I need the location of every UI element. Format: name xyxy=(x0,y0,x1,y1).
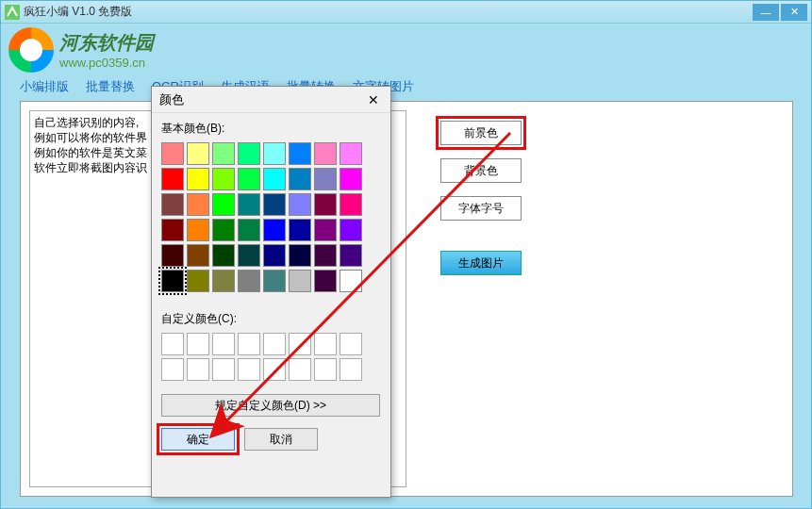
color-swatch[interactable] xyxy=(263,244,286,267)
color-swatch[interactable] xyxy=(161,193,184,216)
basic-color-grid xyxy=(152,140,390,294)
custom-color-swatch[interactable] xyxy=(187,333,209,355)
custom-color-swatch[interactable] xyxy=(212,358,235,381)
custom-color-swatch[interactable] xyxy=(289,333,311,355)
color-swatch[interactable] xyxy=(340,142,362,165)
color-swatch[interactable] xyxy=(263,168,286,190)
ok-button[interactable]: 确定 xyxy=(161,428,235,451)
color-swatch[interactable] xyxy=(187,244,209,267)
generate-image-button[interactable]: 生成图片 xyxy=(440,251,522,275)
close-button[interactable]: ✕ xyxy=(781,4,807,21)
basic-colors-label: 基本颜色(B): xyxy=(152,113,390,140)
color-swatch[interactable] xyxy=(340,270,362,292)
color-swatch[interactable] xyxy=(289,244,311,267)
color-swatch[interactable] xyxy=(289,193,311,216)
custom-color-swatch[interactable] xyxy=(314,333,337,355)
color-swatch[interactable] xyxy=(340,168,362,190)
tab-replace[interactable]: 批量替换 xyxy=(86,78,135,95)
color-swatch[interactable] xyxy=(212,142,235,165)
window-controls: — ✕ xyxy=(753,4,807,21)
color-swatch[interactable] xyxy=(314,219,337,241)
color-swatch[interactable] xyxy=(340,193,362,216)
color-swatch[interactable] xyxy=(161,219,184,241)
custom-color-swatch[interactable] xyxy=(340,358,362,381)
color-swatch[interactable] xyxy=(187,193,209,216)
color-swatch[interactable] xyxy=(238,244,260,267)
dialog-titlebar: 颜色 ✕ xyxy=(152,87,390,113)
color-swatch[interactable] xyxy=(314,142,337,165)
color-swatch[interactable] xyxy=(340,219,362,241)
color-swatch[interactable] xyxy=(289,168,311,190)
tab-layout[interactable]: 小编排版 xyxy=(20,78,69,95)
color-swatch[interactable] xyxy=(238,142,260,165)
color-swatch[interactable] xyxy=(263,219,286,241)
color-swatch[interactable] xyxy=(314,270,337,292)
color-swatch[interactable] xyxy=(187,270,209,292)
color-swatch[interactable] xyxy=(289,142,311,165)
color-swatch[interactable] xyxy=(238,219,260,241)
custom-color-swatch[interactable] xyxy=(238,333,260,355)
color-swatch[interactable] xyxy=(238,270,260,292)
minimize-button[interactable]: — xyxy=(753,4,779,21)
color-swatch[interactable] xyxy=(161,142,184,165)
color-swatch[interactable] xyxy=(187,168,209,190)
logo-text: 河东软件园 www.pc0359.cn xyxy=(59,30,154,70)
custom-color-swatch[interactable] xyxy=(263,358,286,381)
custom-colors-label: 自定义颜色(C): xyxy=(152,304,390,331)
color-swatch[interactable] xyxy=(340,244,362,267)
color-dialog: 颜色 ✕ 基本颜色(B): 自定义颜色(C): 规定自定义颜色(D) >> 确定… xyxy=(151,86,391,498)
color-swatch[interactable] xyxy=(314,244,337,267)
dialog-title: 颜色 xyxy=(159,91,364,108)
custom-color-swatch[interactable] xyxy=(187,358,209,381)
define-custom-button[interactable]: 规定自定义颜色(D) >> xyxy=(161,394,380,417)
font-size-button[interactable]: 字体字号 xyxy=(440,196,522,221)
color-swatch[interactable] xyxy=(212,219,235,241)
background-color-button[interactable]: 背景色 xyxy=(440,158,522,183)
color-swatch[interactable] xyxy=(212,193,235,216)
custom-color-swatch[interactable] xyxy=(161,358,184,381)
custom-color-swatch[interactable] xyxy=(340,333,362,355)
cancel-button[interactable]: 取消 xyxy=(244,428,318,451)
color-swatch[interactable] xyxy=(263,193,286,216)
dialog-close-button[interactable]: ✕ xyxy=(364,90,383,109)
color-swatch[interactable] xyxy=(212,270,235,292)
custom-color-swatch[interactable] xyxy=(314,358,337,381)
titlebar: 疯狂小编 V1.0 免费版 — ✕ xyxy=(1,1,811,24)
color-swatch[interactable] xyxy=(212,168,235,190)
logo-icon xyxy=(8,27,54,73)
color-swatch[interactable] xyxy=(263,142,286,165)
logo-cn: 河东软件园 xyxy=(59,30,154,56)
foreground-color-button[interactable]: 前景色 xyxy=(440,121,522,145)
custom-color-swatch[interactable] xyxy=(161,333,184,355)
color-swatch[interactable] xyxy=(238,193,260,216)
custom-color-swatch[interactable] xyxy=(212,333,235,355)
color-swatch[interactable] xyxy=(161,270,184,292)
logo-url: www.pc0359.cn xyxy=(59,56,154,70)
custom-color-grid xyxy=(152,331,390,383)
color-swatch[interactable] xyxy=(314,168,337,190)
color-swatch[interactable] xyxy=(289,219,311,241)
color-swatch[interactable] xyxy=(161,244,184,267)
custom-color-swatch[interactable] xyxy=(289,358,311,381)
app-icon xyxy=(5,5,20,20)
dialog-buttons: 确定 取消 xyxy=(152,422,390,456)
color-swatch[interactable] xyxy=(238,168,260,190)
color-swatch[interactable] xyxy=(314,193,337,216)
main-window: 疯狂小编 V1.0 免费版 — ✕ 河东软件园 www.pc0359.cn 小编… xyxy=(0,0,812,509)
logo-area: 河东软件园 www.pc0359.cn xyxy=(8,27,154,73)
color-swatch[interactable] xyxy=(187,219,209,241)
color-swatch[interactable] xyxy=(263,270,286,292)
custom-color-swatch[interactable] xyxy=(238,358,260,381)
color-swatch[interactable] xyxy=(289,270,311,292)
color-swatch[interactable] xyxy=(161,168,184,190)
custom-color-swatch[interactable] xyxy=(263,333,286,355)
color-swatch[interactable] xyxy=(212,244,235,267)
color-swatch[interactable] xyxy=(187,142,209,165)
window-title: 疯狂小编 V1.0 免费版 xyxy=(24,4,753,20)
